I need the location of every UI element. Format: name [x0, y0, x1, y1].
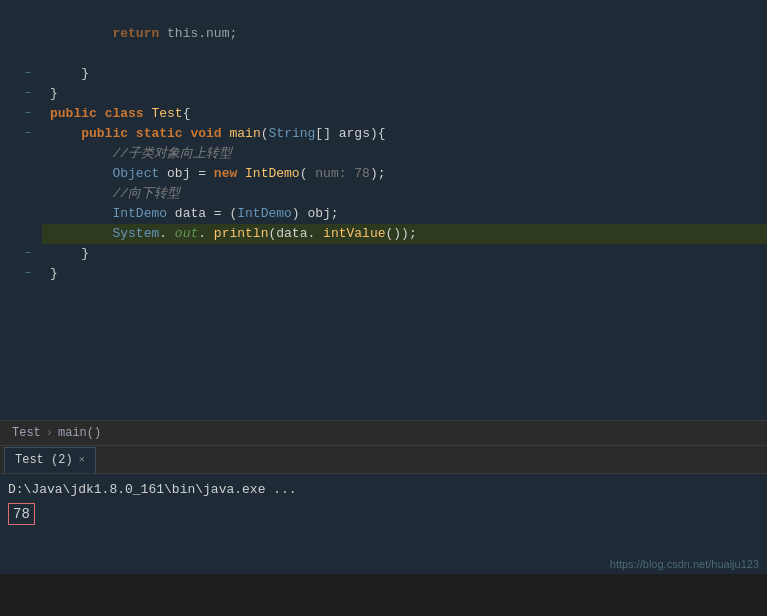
comment: //向下转型	[50, 186, 180, 201]
line-gutter: −	[0, 104, 42, 124]
line-gutter	[0, 284, 42, 304]
fold-icon[interactable]: −	[22, 108, 34, 120]
line-gutter	[0, 304, 42, 324]
watermark: https://blog.csdn.net/huaiju123	[610, 558, 759, 570]
code-text: .	[198, 226, 214, 241]
breadcrumb-item: main()	[58, 426, 101, 440]
line-gutter	[0, 324, 42, 344]
console-path: D:\Java\jdk1.8.0_161\bin\java.exe ...	[8, 478, 759, 501]
keyword: static	[136, 126, 183, 141]
keyword: void	[190, 126, 221, 141]
code-line: − }	[0, 264, 767, 284]
code-text: ) obj;	[292, 206, 339, 221]
line-gutter	[0, 144, 42, 164]
code-line	[0, 324, 767, 344]
code-line: IntDemo data = (IntDemo) obj;	[0, 204, 767, 224]
line-gutter: −	[0, 84, 42, 104]
line-content: IntDemo data = (IntDemo) obj;	[42, 204, 767, 224]
code-text: (data.	[268, 226, 323, 241]
keyword: public	[50, 106, 97, 121]
param-hint: num: 78	[307, 166, 369, 181]
line-content: Object obj = new IntDemo( num: 78);	[42, 164, 767, 184]
code-line	[0, 284, 767, 304]
line-gutter: −	[0, 64, 42, 84]
line-gutter	[0, 164, 42, 184]
line-content: }	[42, 64, 767, 84]
line-content: //向下转型	[42, 184, 767, 204]
line-content: }	[42, 84, 767, 104]
line-content: public static void main(String[] args){	[42, 124, 767, 144]
line-content: //子类对象向上转型	[42, 144, 767, 164]
code-text: {	[183, 106, 191, 121]
code-line: − public class Test{	[0, 104, 767, 124]
code-line: − public static void main(String[] args)…	[0, 124, 767, 144]
line-gutter	[0, 4, 42, 64]
type-name: IntDemo	[237, 206, 292, 221]
tab-close-button[interactable]: ×	[79, 454, 86, 466]
fold-icon[interactable]: −	[22, 68, 34, 80]
code-text: .	[159, 226, 175, 241]
line-content	[42, 304, 767, 324]
code-line: //子类对象向上转型	[0, 144, 767, 164]
type-name: IntDemo	[112, 206, 167, 221]
line-gutter	[0, 224, 42, 244]
code-text: );	[370, 166, 386, 181]
code-text: obj =	[159, 166, 214, 181]
class-name: IntDemo	[245, 166, 300, 181]
breadcrumb-item: Test	[12, 426, 41, 440]
line-content: public class Test{	[42, 104, 767, 124]
keyword: return	[112, 26, 159, 41]
code-line: − }	[0, 84, 767, 104]
class-name: Test	[151, 106, 182, 121]
line-content	[42, 324, 767, 344]
code-text: this.num;	[159, 26, 237, 41]
editor-area: return this.num; − } − } − public class …	[0, 0, 767, 420]
tab-bar: Test (2) ×	[0, 446, 767, 474]
out-keyword: out	[175, 226, 198, 241]
fold-icon[interactable]: −	[22, 248, 34, 260]
code-text	[237, 166, 245, 181]
console-section: D:\Java\jdk1.8.0_161\bin\java.exe ... 78…	[0, 474, 767, 574]
line-gutter	[0, 204, 42, 224]
line-gutter: −	[0, 264, 42, 284]
code-line: //向下转型	[0, 184, 767, 204]
line-gutter: −	[0, 124, 42, 144]
type-name: String	[269, 126, 316, 141]
line-gutter: −	[0, 244, 42, 264]
breadcrumb-separator: ›	[46, 426, 53, 440]
line-content: System. out. println(data. intValue());	[42, 224, 767, 244]
type-name: System	[112, 226, 159, 241]
code-line: Object obj = new IntDemo( num: 78);	[0, 164, 767, 184]
method-name: main	[230, 126, 261, 141]
code-text: data = (	[167, 206, 237, 221]
console-output: 78	[8, 503, 35, 525]
line-gutter	[0, 184, 42, 204]
fold-icon[interactable]: −	[22, 88, 34, 100]
fold-icon[interactable]: −	[22, 128, 34, 140]
tab-test[interactable]: Test (2) ×	[4, 447, 96, 473]
breadcrumb-bar: Test › main()	[0, 420, 767, 446]
keyword: new	[214, 166, 237, 181]
keyword: public	[81, 126, 128, 141]
keyword: class	[105, 106, 144, 121]
line-content: }	[42, 244, 767, 264]
code-line	[0, 304, 767, 324]
code-line: − }	[0, 244, 767, 264]
type-name: Object	[112, 166, 159, 181]
line-content	[42, 284, 767, 304]
code-text: ());	[386, 226, 417, 241]
code-text: (	[261, 126, 269, 141]
comment: //子类对象向上转型	[50, 146, 232, 161]
fold-icon[interactable]: −	[22, 268, 34, 280]
code-container: return this.num; − } − } − public class …	[0, 0, 767, 348]
method-name: intValue	[323, 226, 385, 241]
code-text: [] args){	[315, 126, 385, 141]
code-line: return this.num;	[0, 4, 767, 64]
tab-label: Test (2)	[15, 453, 73, 467]
line-content: return this.num;	[42, 4, 767, 64]
code-line: − }	[0, 64, 767, 84]
method-name: println	[214, 226, 269, 241]
line-content: }	[42, 264, 767, 284]
code-line-highlighted: System. out. println(data. intValue());	[0, 224, 767, 244]
